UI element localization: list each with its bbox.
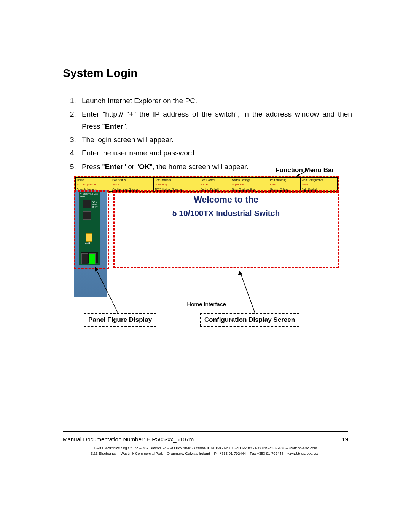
steps-list: Launch Internet Explorer on the PC. Ente…: [78, 95, 352, 173]
svg-marker-5: [238, 271, 242, 275]
footer-address-1: B&B Electronics Mfg Co Inc – 707 Dayton …: [63, 446, 348, 451]
menu-port-mirroring[interactable]: Port Mirroring: [269, 178, 300, 182]
menu-switch-settings[interactable]: Switch Settings: [231, 178, 269, 182]
menu-row-1: Home Port Status Port Statistics Port Co…: [76, 178, 338, 182]
footer-addr1-text: B&B Electronics Mfg Co Inc – 707 Dayton …: [94, 446, 289, 450]
footer-address-2: B&B Electronics – Westlink Commercial Pa…: [63, 451, 348, 456]
menu-ip-config[interactable]: Ip Configuration: [76, 182, 111, 187]
main-content: System Login Launch Internet Explorer on…: [63, 67, 352, 174]
menu-vlan-config[interactable]: Vlan Configuration: [300, 178, 337, 182]
step-2-text-c: ".: [123, 122, 128, 130]
step-2-enter: Enter: [105, 122, 124, 130]
step-1: Launch Internet Explorer on the PC.: [78, 95, 352, 107]
page-heading: System Login: [63, 67, 352, 80]
step-4: Enter the user name and password.: [78, 147, 352, 159]
page-footer: Manual Documentation Number: EIR505-xx_5…: [63, 431, 348, 456]
menu-home[interactable]: Home: [76, 178, 111, 182]
footer-rule: [63, 431, 348, 432]
menu-rstp[interactable]: RSTP: [199, 182, 231, 187]
footer-addr1-url: www.bb-elec.com: [289, 446, 317, 450]
panel-dashed-box: [74, 190, 109, 269]
step-2: Enter "http:// "+" the IP address of the…: [78, 108, 352, 132]
document-page: System Login Launch Internet Explorer on…: [0, 0, 411, 532]
menu-port-statistics[interactable]: Port Statistics: [153, 178, 199, 182]
menu-port-control[interactable]: Port Control: [199, 178, 231, 182]
footer-docnum: Manual Documentation Number: EIR505-xx_5…: [63, 436, 194, 443]
arrow-config-icon: [217, 269, 263, 315]
svg-line-4: [240, 271, 255, 313]
callout-panel-figure: Panel Figure Display: [84, 313, 156, 327]
svg-line-2: [95, 267, 118, 313]
arrow-fmb-icon: [294, 171, 306, 178]
step-3: The login screen will appear.: [78, 134, 352, 145]
footer-addr2-url: www.bb-europe.com: [287, 451, 320, 455]
welcome-line-2: 5 10/100TX Industrial Switch: [115, 209, 338, 218]
menu-sntp[interactable]: SNTP: [111, 182, 153, 187]
menu-port-status[interactable]: Port Status: [111, 178, 153, 182]
menu-qos[interactable]: QoS: [269, 182, 300, 187]
menu-row-2: Ip Configuration SNTP Ip Security RSTP S…: [76, 182, 338, 187]
menu-ip-security[interactable]: Ip Security: [153, 182, 199, 187]
menu-igmp[interactable]: IGMP: [300, 182, 337, 187]
footer-addr2-text: B&B Electronics – Westlink Commercial Pa…: [91, 451, 287, 455]
footer-pagenum: 19: [342, 436, 348, 443]
footer-docline: Manual Documentation Number: EIR505-xx_5…: [63, 436, 348, 443]
callout-config-display: Configuration Display Screen: [200, 313, 299, 327]
svg-marker-3: [95, 267, 98, 271]
arrow-panel-icon: [91, 265, 122, 315]
config-display-area: Welcome to the 5 10/100TX Industrial Swi…: [113, 190, 339, 268]
svg-marker-1: [296, 174, 299, 176]
welcome-line-1: Welcome to the: [115, 195, 338, 205]
menu-table: Home Port Status Port Statistics Port Co…: [75, 177, 338, 192]
menu-super-ring[interactable]: Super Ring: [231, 182, 269, 187]
